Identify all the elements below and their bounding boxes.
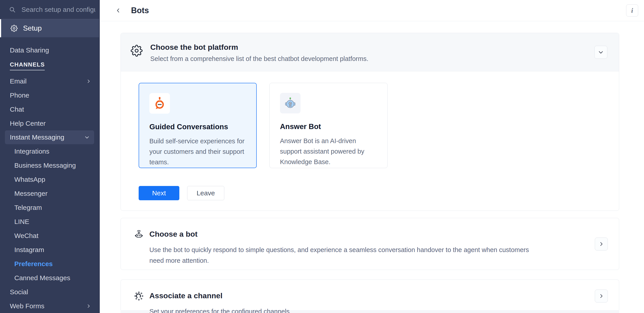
info-icon: i — [631, 7, 633, 14]
chevron-right-icon — [598, 241, 604, 247]
setup-label: Setup — [23, 24, 42, 32]
next-button[interactable]: Next — [139, 186, 179, 200]
search-icon — [9, 6, 16, 13]
option-title: Guided Conversations — [149, 123, 246, 131]
gear-icon — [10, 25, 18, 32]
chevron-right-icon — [86, 304, 91, 309]
sidebar-item-whatsapp[interactable]: WhatsApp — [0, 172, 99, 186]
choose-bot-title: Choose a bot — [149, 229, 198, 238]
platform-section-title: Choose the bot platform — [150, 43, 368, 52]
sidebar-item-web-forms[interactable]: Web Forms — [0, 299, 99, 313]
sidebar-item-email[interactable]: Email — [0, 74, 99, 88]
chevron-right-icon — [598, 293, 604, 299]
gear-icon — [130, 43, 143, 71]
associate-channel-title: Associate a channel — [149, 291, 222, 300]
associate-channel-open-button[interactable] — [595, 290, 608, 303]
back-button[interactable] — [116, 7, 121, 14]
option-description: Build self-service experiences for your … — [149, 136, 246, 167]
sidebar-item-preferences[interactable]: Preferences — [0, 257, 99, 271]
sidebar-item-business-messaging[interactable]: Business Messaging — [0, 158, 99, 172]
associate-channel-card[interactable]: Associate a channel Set your preferences… — [120, 280, 619, 310]
option-guided-conversations[interactable]: Guided Conversations Build self-service … — [139, 83, 257, 168]
option-answer-bot[interactable]: Answer Bot Answer Bot is an AI-driven su… — [270, 83, 388, 168]
sidebar-search[interactable] — [0, 0, 99, 19]
sidebar-item-help-center[interactable]: Help Center — [0, 116, 99, 130]
chevron-down-icon — [598, 49, 604, 55]
info-button[interactable]: i — [626, 4, 638, 16]
sidebar-item-canned-messages[interactable]: Canned Messages — [0, 271, 99, 285]
guided-conversations-icon — [149, 93, 170, 114]
channels-network-icon — [134, 291, 144, 301]
sidebar-item-integrations[interactable]: Integrations — [0, 144, 99, 158]
choose-bot-description: Use the bot to quickly respond to simple… — [149, 244, 538, 266]
option-description: Answer Bot is an AI-driven support assis… — [280, 136, 377, 167]
page-title: Bots — [131, 6, 149, 15]
chevron-down-icon — [84, 135, 90, 140]
choose-bot-card[interactable]: Choose a bot Use the bot to quickly resp… — [120, 218, 619, 270]
sidebar-item-instant-messaging[interactable]: Instant Messaging — [5, 130, 94, 144]
content: Choose the bot platform Select from a co… — [100, 21, 644, 313]
collapse-section-button[interactable] — [594, 46, 607, 59]
page-header: Bots i — [100, 0, 644, 21]
sidebar-item-wechat[interactable]: WeChat — [0, 229, 99, 243]
choose-bot-open-button[interactable] — [595, 238, 608, 251]
sidebar-item-line[interactable]: LINE — [0, 215, 99, 229]
sidebar-section-channels: CHANNELS — [0, 61, 99, 74]
platform-section-card: Choose the bot platform Select from a co… — [120, 33, 619, 211]
platform-section-subtitle: Select from a comprehensive list of the … — [150, 55, 368, 62]
setup-sidebar: Setup Data Sharing CHANNELS Email Phone … — [0, 0, 100, 313]
main-area: Bots i Choose the bot platform Select fr… — [100, 0, 644, 313]
sidebar-item-instagram[interactable]: Instagram — [0, 243, 99, 257]
leave-button[interactable]: Leave — [187, 186, 224, 200]
sidebar-item-social[interactable]: Social — [0, 285, 99, 299]
sidebar-item-messenger[interactable]: Messenger — [0, 186, 99, 200]
associate-channel-description: Set your preferences for the configured … — [149, 306, 538, 313]
sidebar-item-data-sharing[interactable]: Data Sharing — [0, 43, 99, 57]
chevron-right-icon — [86, 79, 91, 84]
sidebar-nav: Data Sharing CHANNELS Email Phone Chat H… — [0, 37, 99, 313]
platform-section-header: Choose the bot platform Select from a co… — [121, 33, 619, 71]
sidebar-item-setup[interactable]: Setup — [0, 19, 99, 37]
answer-bot-icon — [280, 93, 300, 113]
sidebar-item-phone[interactable]: Phone — [0, 88, 99, 102]
platform-section-body: Guided Conversations Build self-service … — [121, 71, 619, 210]
search-input[interactable] — [22, 6, 95, 13]
robot-icon — [134, 229, 144, 240]
sidebar-item-chat[interactable]: Chat — [0, 102, 99, 116]
option-title: Answer Bot — [280, 122, 377, 131]
sidebar-item-telegram[interactable]: Telegram — [0, 200, 99, 215]
